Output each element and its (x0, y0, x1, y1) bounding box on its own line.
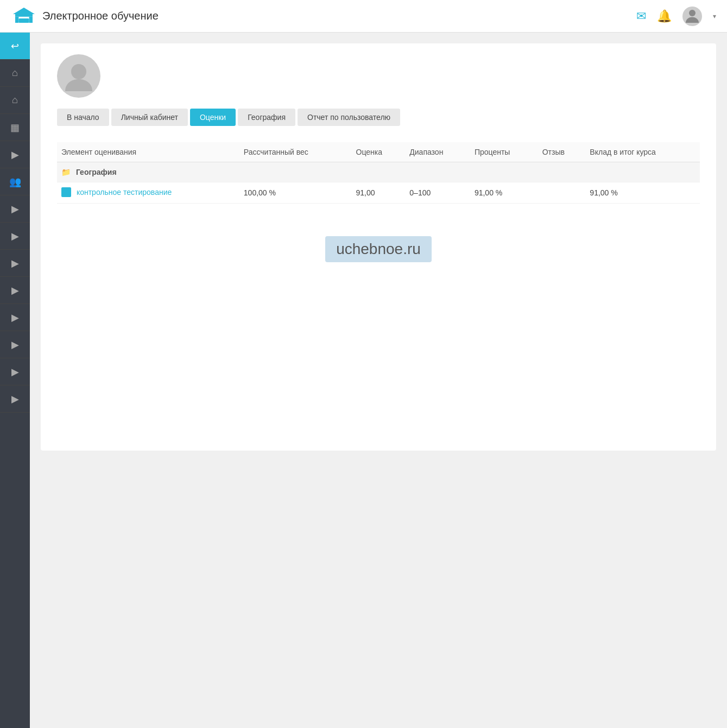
watermark-text: uchebnoe.ru (325, 236, 432, 262)
grade-value: 91,00 (352, 182, 406, 204)
content-card: В начало Личный кабинет Оценки География… (41, 43, 716, 451)
grade-feedback (538, 182, 586, 204)
logo: Электронное обучение (11, 3, 636, 29)
bell-icon[interactable]: 🔔 (657, 9, 672, 23)
sidebar-item-home2[interactable]: ⌂ (0, 87, 30, 114)
sidebar-item-folder2[interactable]: ▶ (0, 195, 30, 223)
layout: ↩ ⌂ ⌂ ▦ ▶ 👥 ▶ ▶ ▶ ▶ ▶ ▶ ▶ ▶ В начало Ли (0, 33, 727, 728)
sidebar: ↩ ⌂ ⌂ ▦ ▶ 👥 ▶ ▶ ▶ ▶ ▶ ▶ ▶ ▶ (0, 33, 30, 728)
main-content: В начало Личный кабинет Оценки География… (30, 33, 727, 728)
svg-rect-2 (15, 16, 18, 22)
sidebar-item-folder3[interactable]: ▶ (0, 223, 30, 250)
sidebar-item-back[interactable]: ↩ (0, 33, 30, 60)
svg-point-6 (71, 64, 86, 79)
tab-home[interactable]: В начало (57, 109, 109, 126)
profile-avatar-icon (62, 60, 95, 92)
sidebar-item-folder4[interactable]: ▶ (0, 250, 30, 277)
grade-table: Элемент оценивания Рассчитанный вес Оцен… (57, 142, 700, 204)
grade-item-name: контрольное тестирование (57, 182, 239, 204)
sidebar-item-calendar[interactable]: ▦ (0, 114, 30, 141)
table-row: контрольное тестирование 100,00 % 91,00 … (57, 182, 700, 204)
svg-point-5 (689, 10, 696, 16)
email-icon[interactable]: ✉ (636, 9, 646, 23)
avatar-icon (682, 7, 702, 26)
sidebar-item-folder9[interactable]: ▶ (0, 385, 30, 413)
sidebar-item-folder6[interactable]: ▶ (0, 304, 30, 331)
tab-profile[interactable]: Личный кабинет (111, 109, 188, 126)
tab-grades[interactable]: Оценки (190, 109, 236, 126)
svg-marker-0 (13, 8, 35, 14)
avatar[interactable] (682, 7, 702, 26)
header-icons: ✉ 🔔 ▾ (636, 7, 716, 26)
grade-percent: 91,00 % (470, 182, 538, 204)
svg-rect-4 (18, 18, 29, 23)
col-percent: Проценты (470, 142, 538, 162)
col-weight: Рассчитанный вес (239, 142, 352, 162)
col-range: Диапазон (405, 142, 470, 162)
tab-report[interactable]: Отчет по пользователю (298, 109, 400, 126)
logo-icon (11, 3, 37, 29)
grade-item-link[interactable]: контрольное тестирование (77, 188, 172, 197)
svg-rect-3 (29, 16, 33, 22)
folder-icon: 📁 (61, 168, 71, 176)
header: Электронное обучение ✉ 🔔 ▾ (0, 0, 727, 33)
col-contribution: Вклад в итог курса (585, 142, 700, 162)
sidebar-item-folder1[interactable]: ▶ (0, 141, 30, 168)
col-element: Элемент оценивания (57, 142, 239, 162)
tabs: В начало Личный кабинет Оценки География… (57, 109, 700, 126)
sidebar-item-folder5[interactable]: ▶ (0, 277, 30, 304)
category-cell: 📁 География (57, 162, 700, 182)
sidebar-item-home[interactable]: ⌂ (0, 60, 30, 87)
col-grade: Оценка (352, 142, 406, 162)
svg-rect-1 (15, 14, 33, 17)
quiz-icon (61, 187, 71, 197)
sidebar-item-users[interactable]: 👥 (0, 168, 30, 195)
sidebar-item-folder7[interactable]: ▶ (0, 331, 30, 358)
grade-range: 0–100 (405, 182, 470, 204)
grade-contribution: 91,00 % (585, 182, 700, 204)
tab-geography[interactable]: География (238, 109, 295, 126)
table-category-row: 📁 География (57, 162, 700, 182)
profile-avatar (57, 54, 100, 98)
grade-weight: 100,00 % (239, 182, 352, 204)
category-name: География (76, 168, 117, 176)
avatar-caret-icon[interactable]: ▾ (713, 12, 716, 20)
watermark: uchebnoe.ru (57, 236, 700, 262)
sidebar-item-folder8[interactable]: ▶ (0, 358, 30, 385)
logo-text: Электронное обучение (42, 10, 159, 22)
col-feedback: Отзыв (538, 142, 586, 162)
